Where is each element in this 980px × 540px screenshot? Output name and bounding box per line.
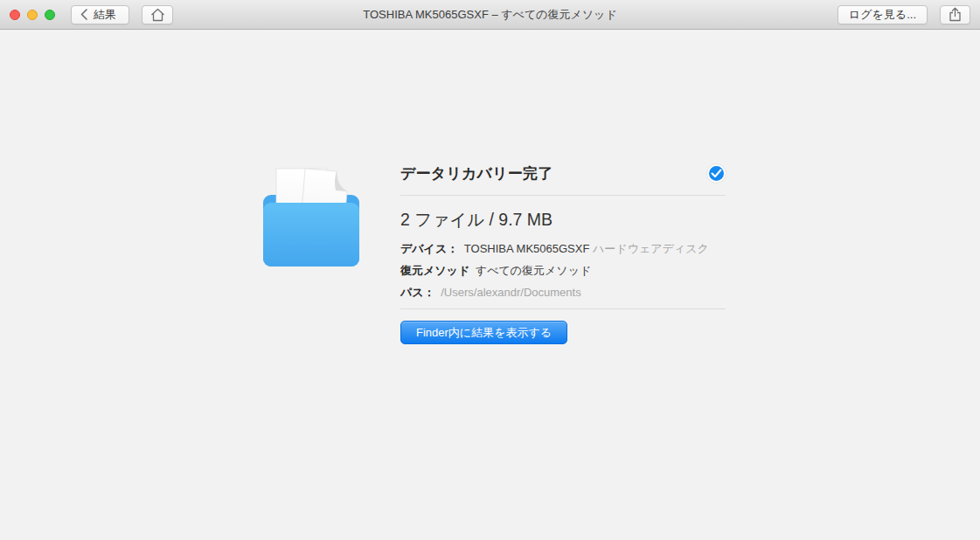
device-type: ハードウェアディスク — [593, 242, 709, 255]
home-button[interactable] — [142, 5, 173, 24]
status-title: データリカバリー完了 — [400, 163, 553, 183]
minimize-button[interactable] — [27, 10, 38, 20]
path-label: パス： — [400, 286, 435, 299]
home-icon — [150, 8, 165, 22]
view-log-button[interactable]: ログを見る... — [838, 5, 928, 24]
result-panel: データリカバリー完了 2 ファイル / 9.7 MB デバイス： TOSHIBA… — [400, 163, 726, 344]
back-button[interactable]: 結果 — [71, 5, 129, 24]
content-area: データリカバリー完了 2 ファイル / 9.7 MB デバイス： TOSHIBA… — [0, 31, 980, 540]
device-value: TOSHIBA MK5065GSXF — [464, 242, 590, 255]
method-value: すべての復元メソッド — [476, 264, 591, 277]
check-circle-icon — [707, 164, 726, 183]
separator — [400, 308, 726, 309]
recovery-summary: 2 ファイル / 9.7 MB — [400, 209, 726, 230]
window-title: TOSHIBA MK5065GSXF – すべての復元メソッド — [363, 0, 616, 30]
back-button-label: 結果 — [94, 7, 116, 23]
path-row: パス： /Users/alexandr/Documents — [400, 285, 726, 300]
method-label: 復元メソッド — [400, 264, 469, 277]
show-results-in-finder-button[interactable]: Finder内に結果を表示する — [400, 321, 567, 344]
device-row: デバイス： TOSHIBA MK5065GSXF ハードウェアディスク — [400, 241, 726, 256]
separator — [400, 195, 726, 196]
chevron-left-icon — [80, 9, 87, 20]
close-button[interactable] — [10, 10, 20, 20]
show-results-in-finder-label: Finder内に結果を表示する — [416, 325, 552, 341]
view-log-button-label: ログを見る... — [849, 7, 916, 23]
window-controls — [10, 10, 55, 20]
zoom-button[interactable] — [45, 10, 55, 20]
path-value: /Users/alexandr/Documents — [441, 286, 580, 299]
share-button[interactable] — [940, 5, 970, 24]
folder-with-documents-icon — [262, 166, 360, 267]
device-label: デバイス： — [400, 242, 458, 255]
share-icon — [949, 7, 962, 22]
method-row: 復元メソッド すべての復元メソッド — [400, 263, 726, 278]
titlebar: 結果 TOSHIBA MK5065GSXF – すべての復元メソッド ログを見る… — [0, 0, 980, 30]
recovery-details: デバイス： TOSHIBA MK5065GSXF ハードウェアディスク 復元メソ… — [400, 241, 726, 300]
